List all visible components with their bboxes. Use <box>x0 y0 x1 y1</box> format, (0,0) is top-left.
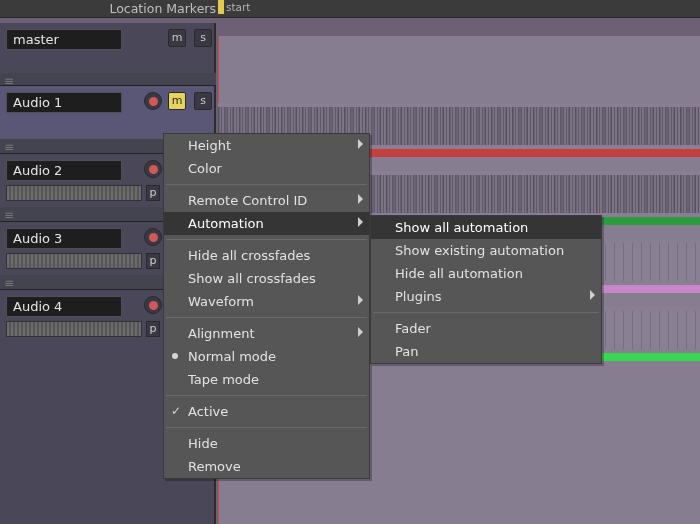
record-arm-button[interactable] <box>144 92 162 110</box>
check-icon: ✓ <box>171 404 181 419</box>
menu-item-alignment[interactable]: Alignment <box>164 322 369 345</box>
menu-separator <box>166 317 367 318</box>
menu-item-pan[interactable]: Pan <box>371 340 601 363</box>
playlist-button[interactable]: p <box>146 253 160 269</box>
location-markers-ruler[interactable]: Location Markers start <box>0 0 700 18</box>
menu-label: Show all crossfades <box>188 271 316 286</box>
menu-item-remote-control-id[interactable]: Remote Control ID <box>164 189 369 212</box>
menu-item-hide-all-automation[interactable]: Hide all automation <box>371 262 601 285</box>
start-marker-label[interactable]: start <box>226 1 250 13</box>
radio-selected-icon <box>172 353 178 359</box>
menu-item-show-existing-automation[interactable]: Show existing automation <box>371 239 601 262</box>
record-arm-button[interactable] <box>144 160 162 178</box>
menu-label: Normal mode <box>188 349 276 364</box>
track-context-menu[interactable]: Height Color Remote Control ID Automatio… <box>163 133 370 479</box>
playlist-button[interactable]: p <box>146 185 160 201</box>
solo-button[interactable]: s <box>194 29 212 47</box>
automation-submenu[interactable]: Show all automation Show existing automa… <box>370 215 602 364</box>
track-name-input[interactable]: Audio 1 <box>6 92 122 113</box>
track-name-input[interactable]: Audio 3 <box>6 228 122 249</box>
record-arm-button[interactable] <box>144 228 162 246</box>
menu-item-normal-mode[interactable]: Normal mode <box>164 345 369 368</box>
menu-label: Height <box>188 138 231 153</box>
menu-label: Hide all automation <box>395 266 523 281</box>
menu-label: Color <box>188 161 222 176</box>
menu-label: Plugins <box>395 289 442 304</box>
plugin-strip[interactable] <box>6 185 142 201</box>
menu-label: Waveform <box>188 294 254 309</box>
menu-label: Tape mode <box>188 372 259 387</box>
menu-item-tape-mode[interactable]: Tape mode <box>164 368 369 391</box>
mute-button[interactable]: m <box>168 29 186 47</box>
submenu-arrow-icon <box>358 139 363 149</box>
plugin-strip[interactable] <box>6 321 142 337</box>
menu-label: Active <box>188 404 228 419</box>
menu-label: Remote Control ID <box>188 193 307 208</box>
menu-item-show-all-automation[interactable]: Show all automation <box>371 216 601 239</box>
start-marker-flag[interactable] <box>218 0 224 14</box>
menu-item-active[interactable]: ✓Active <box>164 400 369 423</box>
menu-item-hide[interactable]: Hide <box>164 432 369 455</box>
menu-label: Hide <box>188 436 218 451</box>
track-name-input[interactable]: master <box>6 29 122 50</box>
track-name-input[interactable]: Audio 2 <box>6 160 122 181</box>
menu-label: Alignment <box>188 326 255 341</box>
menu-item-height[interactable]: Height <box>164 134 369 157</box>
menu-item-remove[interactable]: Remove <box>164 455 369 478</box>
menu-label: Automation <box>188 216 264 231</box>
menu-label: Fader <box>395 321 431 336</box>
menu-item-automation[interactable]: Automation <box>164 212 369 235</box>
menu-separator <box>166 239 367 240</box>
menu-item-plugins[interactable]: Plugins <box>371 285 601 308</box>
menu-label: Show existing automation <box>395 243 564 258</box>
submenu-arrow-icon <box>590 290 595 300</box>
plugin-strip[interactable] <box>6 253 142 269</box>
menu-label: Remove <box>188 459 241 474</box>
submenu-arrow-icon <box>358 295 363 305</box>
submenu-arrow-icon <box>358 217 363 227</box>
menu-separator <box>166 184 367 185</box>
menu-separator <box>166 395 367 396</box>
menu-item-hide-crossfades[interactable]: Hide all crossfades <box>164 244 369 267</box>
menu-item-show-crossfades[interactable]: Show all crossfades <box>164 267 369 290</box>
menu-separator <box>166 427 367 428</box>
menu-separator <box>373 312 599 313</box>
menu-label: Pan <box>395 344 418 359</box>
menu-label: Hide all crossfades <box>188 248 310 263</box>
menu-item-color[interactable]: Color <box>164 157 369 180</box>
track-name-input[interactable]: Audio 4 <box>6 296 122 317</box>
track-header-audio-1[interactable]: Audio 1 m s <box>0 85 216 139</box>
mute-button[interactable]: m <box>168 92 186 110</box>
menu-item-fader[interactable]: Fader <box>371 317 601 340</box>
submenu-arrow-icon <box>358 194 363 204</box>
playlist-button[interactable]: p <box>146 321 160 337</box>
submenu-arrow-icon <box>358 327 363 337</box>
location-markers-label: Location Markers <box>109 1 216 16</box>
solo-button[interactable]: s <box>194 92 212 110</box>
menu-item-waveform[interactable]: Waveform <box>164 290 369 313</box>
menu-label: Show all automation <box>395 220 528 235</box>
record-arm-button[interactable] <box>144 296 162 314</box>
